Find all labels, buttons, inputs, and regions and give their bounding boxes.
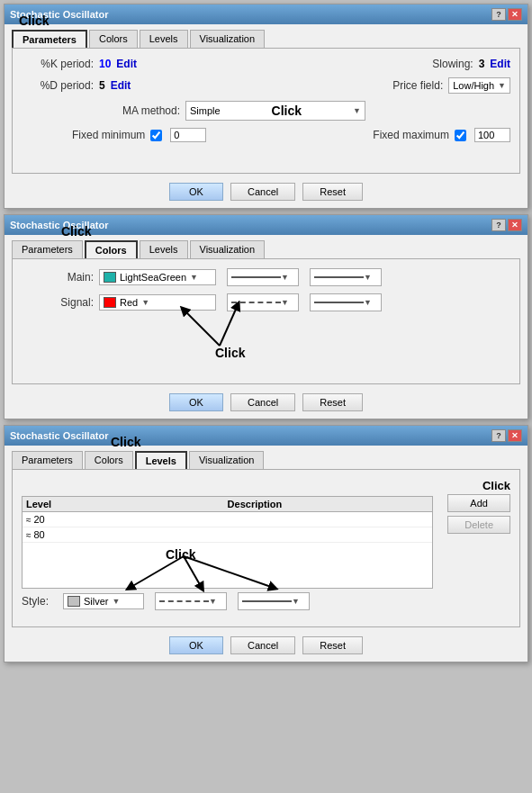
help-button-2[interactable]: ? (491, 219, 506, 231)
close-button[interactable]: ✕ (508, 8, 522, 21)
click-annotation-colors-tab: Click (61, 224, 91, 239)
style-area: Click Style: Silver (22, 592, 510, 610)
titlebar-buttons: ? ✕ (491, 8, 522, 21)
main-color-dropdown[interactable]: LightSeaGreen ▼ (99, 269, 216, 285)
tab-visualization-1[interactable]: Visualization (190, 30, 266, 48)
levels-header: Level Description (23, 497, 432, 512)
kperiod-edit[interactable]: Edit (116, 58, 137, 70)
style-line-width-icon (242, 600, 292, 602)
dperiod-edit[interactable]: Edit (111, 79, 131, 92)
style-line-arrow-icon: ▼ (209, 597, 217, 606)
tab-visualization-2[interactable]: Visualization (190, 240, 266, 258)
tab-visualization-3[interactable]: Visualization (189, 451, 265, 469)
pricefield-dropdown[interactable]: Low/High ▼ (448, 77, 510, 94)
main-line-width[interactable]: ▼ (310, 268, 382, 286)
tab-parameters[interactable]: Parameters (12, 30, 87, 48)
fixedminmax-row: Fixed minimum Fixed maximum (22, 128, 510, 142)
dperiod-row: %D period: 5 Edit Price field: Low/High … (22, 77, 510, 94)
ok-button-3[interactable]: OK (169, 636, 223, 654)
style-color-dropdown[interactable]: Silver ▼ (63, 593, 144, 609)
fixedmin-checkbox[interactable] (150, 130, 162, 141)
click-annotation-style: Click (166, 547, 195, 562)
titlebar-parameters: Stochastic Oscillator ? ✕ (5, 5, 527, 24)
close-button-3[interactable]: ✕ (508, 429, 522, 442)
titlebar-buttons-3: ? ✕ (491, 429, 522, 442)
style-row: Style: Silver ▼ ▼ ▼ (22, 592, 510, 610)
level-header-cell: Level (26, 499, 228, 509)
style-line-width[interactable]: ▼ (238, 592, 310, 610)
style-line-style[interactable]: ▼ (155, 592, 227, 610)
reset-button-1[interactable]: Reset (302, 183, 363, 201)
help-button[interactable]: ? (491, 8, 506, 21)
tab-colors-1[interactable]: Colors (89, 30, 138, 48)
style-color-swatch (68, 596, 80, 607)
tab-parameters-3[interactable]: Parameters (12, 451, 83, 469)
tab-levels-1[interactable]: Levels (140, 30, 188, 48)
tab-levels-2[interactable]: Levels (140, 240, 188, 258)
main-line-width-icon (314, 276, 364, 278)
fixedmax-checkbox[interactable] (455, 130, 466, 141)
fixedmax-label: Fixed maximum (373, 129, 449, 141)
tab-colors-3[interactable]: Colors (85, 451, 133, 469)
level-80-value: 80 (34, 529, 45, 540)
colors-arrows-svg (130, 292, 400, 364)
levels-side-buttons: Add Delete (447, 494, 510, 589)
level-row-80[interactable]: ≈ 80 (23, 527, 432, 543)
dialog-parameters: Stochastic Oscillator ? ✕ Click Paramete… (4, 4, 528, 209)
add-button[interactable]: Add (447, 494, 510, 512)
levels-content: Click Parameters Colors Levels Visualiza… (5, 446, 527, 662)
click-annotation-add: Click (22, 479, 510, 492)
ok-button-1[interactable]: OK (169, 183, 223, 201)
main-line-style[interactable]: ▼ (227, 268, 299, 286)
reset-button-2[interactable]: Reset (302, 393, 363, 411)
style-label: Style: (22, 595, 58, 608)
kperiod-value: 10 (99, 58, 111, 70)
delete-button[interactable]: Delete (447, 516, 510, 534)
titlebar-levels: Stochastic Oscillator ? ✕ (5, 426, 527, 446)
fixedmax-input[interactable] (474, 128, 510, 142)
click-annotation-colors: Click (215, 346, 245, 360)
pricefield-value: Low/High (453, 80, 494, 91)
cancel-button-2[interactable]: Cancel (230, 393, 295, 411)
slowing-value: 3 (479, 58, 485, 70)
levels-empty-space (23, 543, 432, 588)
tabs-colors: Parameters Colors Levels Visualization (12, 240, 520, 258)
main-line-solid-icon (231, 276, 281, 278)
buttons-row-1: OK Cancel Reset (12, 183, 520, 201)
level-row-20[interactable]: ≈ 20 (23, 512, 432, 527)
level-80-icon: ≈ (26, 530, 32, 540)
slowing-edit[interactable]: Edit (490, 58, 510, 70)
mamethod-value: Simple (190, 105, 221, 116)
pricefield-arrow-icon: ▼ (498, 81, 506, 90)
main-line-arrow-icon: ▼ (281, 273, 289, 282)
ok-button-2[interactable]: OK (169, 393, 223, 411)
main-color-row: Main: LightSeaGreen ▼ ▼ ▼ (22, 268, 510, 286)
cancel-button-1[interactable]: Cancel (230, 183, 295, 201)
svg-line-1 (220, 305, 238, 346)
titlebar-title-2: Stochastic Oscillator (10, 220, 108, 230)
titlebar-title-3: Stochastic Oscillator (10, 430, 108, 441)
mamethod-dropdown[interactable]: Simple Click ▼ (185, 101, 365, 121)
style-line-width-arrow-icon: ▼ (292, 597, 300, 606)
colors-arrow-area: Click (22, 319, 510, 373)
style-color-name: Silver (84, 596, 109, 607)
fixedmin-input[interactable] (170, 128, 206, 142)
dialog-colors: Stochastic Oscillator ? ✕ Click Paramete… (4, 214, 528, 419)
style-line-dashed-icon (159, 600, 209, 602)
tab-colors-2[interactable]: Colors (85, 240, 138, 258)
levels-layout: Level Description ≈ 20 ≈ (22, 494, 510, 589)
main-color-name: LightSeaGreen (120, 272, 186, 283)
kperiod-row: %K period: 10 Edit Slowing: 3 Edit (22, 58, 510, 70)
tab-levels-3[interactable]: Levels (135, 451, 187, 469)
parameters-panel: %K period: 10 Edit Slowing: 3 Edit %D pe… (12, 48, 520, 174)
close-button-2[interactable]: ✕ (508, 219, 522, 231)
pricefield-label: Price field: (371, 79, 443, 92)
parameters-content: Click Parameters Colors Levels Visualiza… (5, 24, 527, 208)
tabs-levels: Parameters Colors Levels Visualization (12, 451, 520, 469)
tab-parameters-2[interactable]: Parameters (12, 240, 83, 258)
help-button-3[interactable]: ? (491, 429, 506, 442)
mamethod-arrow-icon: ▼ (353, 106, 361, 115)
reset-button-3[interactable]: Reset (302, 636, 363, 654)
tabs-parameters: Parameters Colors Levels Visualization (12, 30, 520, 48)
cancel-button-3[interactable]: Cancel (230, 636, 295, 654)
